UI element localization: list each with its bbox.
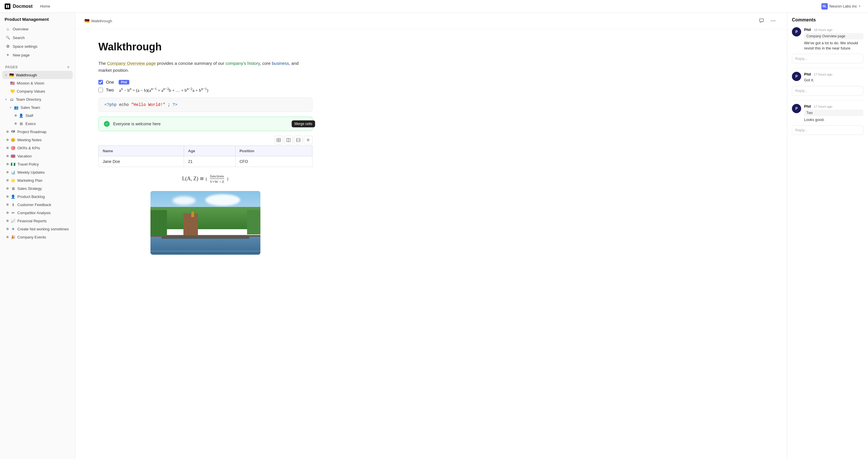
mission-label: Mission & Vision — [17, 81, 70, 85]
checklist-item-two: Two an − bn = (a − b)(an−1 + an−2b + … +… — [98, 87, 312, 93]
code-echo: echo — [119, 102, 131, 107]
sidebar-item-product-backlog[interactable]: 👤 Product Backlog — [2, 192, 73, 201]
comment-reply-input-3[interactable]: Reply... — [792, 125, 863, 135]
svg-point-3 — [771, 21, 772, 22]
bullet-icon — [6, 195, 9, 198]
page-title: Walkthrough — [98, 41, 312, 53]
sidebar-item-okrs[interactable]: 🎯 OKRs & KPIs — [2, 144, 73, 152]
bullet-icon — [14, 114, 17, 117]
add-page-icon[interactable]: + — [67, 65, 70, 70]
app-logo[interactable]: Docmost — [5, 3, 32, 9]
checkbox-two[interactable] — [98, 88, 103, 92]
forest-layer — [151, 207, 260, 229]
comment-avatar-phil: P — [792, 27, 801, 36]
comment-item: P Phil 17 hours ago Two Looks good. — [792, 104, 863, 122]
table-toolbar — [98, 136, 312, 145]
sidebar-item-walkthrough[interactable]: ▾ 🇩🇪 Walkthrough — [2, 71, 73, 79]
reflection-line — [151, 251, 260, 251]
sidebar-item-weekly-updates[interactable]: 📊 Weekly Updates — [2, 168, 73, 176]
sidebar-item-company-events[interactable]: 🎉 Company Events — [2, 233, 73, 241]
sidebar-item-sales-team[interactable]: ▾ 👥 Sales Team — [2, 103, 73, 112]
sidebar-item-vacation[interactable]: 🇬🇧 Vacation — [2, 152, 73, 160]
comment-divider — [792, 68, 863, 68]
main-layout: Product Management ⌂ Overview 🔍 Search ⚙… — [0, 13, 868, 459]
sidebar-item-staff[interactable]: 👤 Staff — [2, 112, 73, 120]
weekly-label: Weekly Updates — [18, 170, 70, 175]
sidebar-item-competitor[interactable]: ✏ Competitor Analysis — [2, 209, 73, 217]
col-age: Age — [184, 146, 236, 156]
sales-chevron: ▾ — [10, 106, 11, 109]
col-position: Position — [235, 146, 312, 156]
table-col-btn[interactable] — [284, 136, 293, 145]
vacation-label: Vacation — [18, 154, 70, 158]
sidebar-item-travel-policy[interactable]: 🇳🇬 Travel Policy — [2, 160, 73, 168]
svg-rect-1 — [8, 5, 9, 8]
comment-button[interactable] — [757, 16, 766, 26]
bullet-icon — [6, 236, 9, 238]
workspace-name: Neuron Labs Inc — [830, 4, 857, 8]
comments-title: Comments — [792, 18, 863, 23]
math-formula-inline: an − bn = (a − b)(an−1 + an−2b + … + bn−… — [119, 87, 208, 93]
comment-avatar-phil3: P — [792, 104, 801, 113]
company-overview-link[interactable]: Company Overview page — [107, 61, 156, 66]
sales-strategy-label: Sales Strategy — [18, 186, 70, 191]
okrs-label: OKRs & KPIs — [18, 146, 70, 150]
vacation-icon: 🇬🇧 — [10, 153, 16, 159]
city-image — [151, 191, 260, 255]
financial-icon: 📈 — [10, 218, 16, 223]
code-block: <?php echo "Hello World!" ; ?> — [98, 97, 312, 112]
sidebar: Product Management ⌂ Overview 🔍 Search ⚙… — [0, 13, 75, 459]
bullet-icon — [14, 122, 17, 125]
steeple — [191, 211, 194, 217]
table-merge-btn[interactable] — [274, 136, 283, 145]
bullet-icon — [6, 130, 9, 133]
company-history-link[interactable]: company's history — [225, 61, 259, 66]
comment-time: 17 hours ago — [814, 73, 832, 76]
breadcrumb-actions — [757, 16, 778, 26]
comment-reply-input-1[interactable]: Reply... — [792, 54, 863, 63]
sidebar-item-mission[interactable]: 🇺🇸 Mission & Vision — [2, 79, 73, 87]
sidebar-item-financial[interactable]: 📈 Financial Reports — [2, 217, 73, 225]
sidebar-item-sales-strategy[interactable]: 🖥 Sales Strategy — [2, 184, 73, 192]
comment-highlight: Company Overview page — [804, 33, 863, 39]
checklist: One Phil Two an − bn = (a − b)(an−1 + an… — [98, 80, 312, 93]
bullet-icon — [6, 179, 9, 181]
sidebar-item-marketing[interactable]: 🌟 Marketing Plan — [2, 176, 73, 184]
bullet-icon — [6, 139, 9, 141]
workspace-selector[interactable]: NL Neuron Labs Inc ▾ — [818, 2, 863, 11]
app-name: Docmost — [13, 4, 32, 9]
merge-cells-tooltip: Merge cells — [292, 120, 315, 127]
sidebar-overview[interactable]: ⌂ Overview — [2, 25, 73, 33]
sidebar-new-page[interactable]: + New page — [2, 51, 73, 59]
sidebar-item-create-not-working[interactable]: ✈ Create Not working sometimes — [2, 225, 73, 233]
sidebar-item-values[interactable]: 💛 Company Values — [2, 87, 73, 95]
comment-text: We've got a lot to do. We should revisit… — [804, 40, 863, 51]
sidebar-item-customer-feedback[interactable]: ℹ Customer Feedback — [2, 201, 73, 209]
sidebar-search[interactable]: 🔍 Search — [2, 33, 73, 42]
business-link[interactable]: business — [272, 61, 289, 66]
okrs-icon: 🎯 — [10, 145, 16, 151]
sidebar-item-project-roadmap[interactable]: 🗺 Project Roadmap — [2, 128, 73, 136]
comment-item: P Phil 17 hours ago Got it. — [792, 72, 863, 83]
cloud-2 — [206, 194, 240, 206]
breadcrumb: 🇩🇪 Walkthrough — [85, 19, 112, 23]
sidebar-item-meeting-notes[interactable]: 😊 Meeting Notes — [2, 136, 73, 144]
nav-home[interactable]: Home — [37, 3, 53, 9]
sales-strategy-icon: 🖥 — [10, 186, 16, 191]
checkbox-one[interactable] — [98, 80, 103, 85]
svg-rect-2 — [760, 19, 764, 22]
comment-avatar-phil2: P — [792, 72, 801, 81]
roadmap-icon: 🗺 — [10, 129, 16, 134]
comment-thread-1: P Phil 18 hours ago Company Overview pag… — [792, 27, 863, 63]
more-options-button[interactable] — [769, 16, 778, 26]
table-row-btn[interactable] — [294, 136, 303, 145]
sales-team-label: Sales Team — [21, 105, 70, 110]
bullet-icon — [6, 163, 9, 165]
workspace-chevron: ▾ — [859, 4, 861, 8]
sidebar-item-execs[interactable]: ⊞ Execs — [2, 120, 73, 128]
sidebar-settings[interactable]: ⚙ Space settings — [2, 42, 73, 51]
comment-reply-input-2[interactable]: Reply... — [792, 86, 863, 95]
bridge-arch — [161, 237, 249, 239]
table-filter-btn[interactable] — [304, 136, 312, 145]
sidebar-item-team-directory[interactable]: ▾ 🗂 Team Directory — [2, 95, 73, 103]
